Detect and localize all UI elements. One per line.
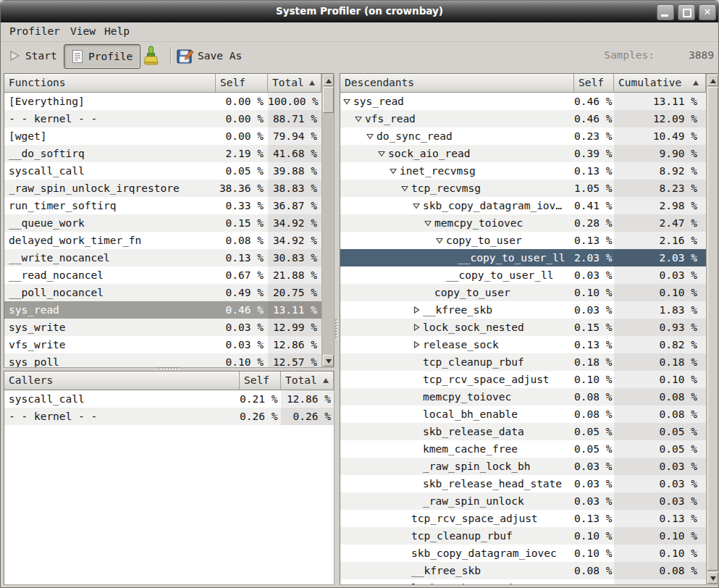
expander-open-icon[interactable]: [436, 237, 446, 244]
table-row[interactable]: - - kernel - -0.26 %0.26 %: [4, 408, 334, 425]
function-name: __write_nocancel: [4, 249, 220, 266]
table-row[interactable]: __read_nocancel0.67 %21.88 %: [4, 266, 321, 284]
cumulative-percentage: 10.49 %: [614, 127, 706, 145]
save-as-button[interactable]: Save As: [177, 44, 242, 67]
minimize-button[interactable]: [657, 4, 674, 20]
tree-row[interactable]: skb_release_head_state0.03 %0.03 %: [340, 475, 706, 492]
tree-row[interactable]: copy_to_user0.10 %0.10 %: [340, 284, 706, 301]
expander-open-icon[interactable]: [424, 219, 434, 227]
scrollbar-thumb[interactable]: [707, 87, 718, 571]
tree-row[interactable]: _raw_spin_lock_bh0.03 %0.03 %: [340, 458, 706, 475]
start-button[interactable]: Start: [8, 44, 57, 67]
total-percentage: 41.68 %: [268, 145, 321, 162]
expander-open-icon[interactable]: [401, 185, 411, 192]
callers-header-self[interactable]: Self: [240, 371, 281, 390]
menu-view[interactable]: View: [70, 25, 96, 37]
table-row[interactable]: __do_softirq2.19 %41.68 %: [4, 145, 321, 162]
tree-row[interactable]: release_sock0.13 %0.82 %: [340, 336, 706, 353]
total-percentage: 79.94 %: [268, 127, 321, 145]
callers-header-name[interactable]: Callers: [4, 371, 240, 390]
descendants-header-self[interactable]: Self: [574, 74, 614, 93]
tree-row[interactable]: local_bh_enable0.08 %0.08 %: [340, 406, 706, 423]
table-row[interactable]: __queue_work0.15 %34.92 %: [4, 214, 321, 232]
tree-row[interactable]: memcpy_toiovec0.28 %2.47 %: [340, 214, 706, 232]
tree-row[interactable]: _raw_spin_unlock0.03 %0.03 %: [340, 492, 706, 510]
expander-closed-icon[interactable]: [413, 341, 423, 348]
pane-splitter-horizontal[interactable]: [159, 367, 178, 369]
expander-open-icon[interactable]: [390, 167, 400, 175]
titlebar[interactable]: System Profiler (on crownbay) ✕: [1, 1, 718, 22]
self-percentage: 0.08 %: [574, 388, 614, 406]
tree-row[interactable]: copy_to_user0.13 %2.16 %: [340, 232, 706, 249]
tree-row[interactable]: do_sync_read0.23 %10.49 %: [340, 127, 706, 145]
tree-row[interactable]: vfs_read0.46 %12.09 %: [340, 110, 706, 127]
table-row[interactable]: - - kernel - -0.00 %88.71 %: [4, 110, 321, 127]
table-row[interactable]: syscall_call0.21 %12.86 %: [4, 390, 334, 408]
scroll-up-button[interactable]: [707, 75, 718, 86]
functions-header-name[interactable]: Functions: [4, 74, 216, 93]
tree-row[interactable]: skb_release_data0.05 %0.05 %: [340, 423, 706, 440]
table-row[interactable]: __poll_nocancel0.49 %20.75 %: [4, 284, 321, 301]
table-row[interactable]: sys_read0.46 %13.11 %: [4, 301, 321, 319]
table-row[interactable]: [Everything]0.00 %100.00 %: [4, 93, 321, 110]
tree-row[interactable]: tcp_recvmsg1.05 %8.23 %: [340, 180, 706, 197]
maximize-button[interactable]: [678, 4, 695, 20]
callers-header-total[interactable]: Total: [281, 371, 334, 390]
table-row[interactable]: _raw_spin_unlock_irqrestore38.36 %38.83 …: [4, 180, 321, 197]
expander-closed-icon[interactable]: [413, 324, 423, 331]
tree-row[interactable]: tcp_cleanup_rbuf0.18 %0.18 %: [340, 353, 706, 371]
menu-profiler[interactable]: Profiler: [9, 25, 60, 37]
expander-open-icon[interactable]: [366, 133, 377, 140]
tree-row[interactable]: sock_aio_read0.39 %9.90 %: [340, 145, 706, 162]
menu-help[interactable]: Help: [104, 25, 130, 37]
tree-row[interactable]: memcpy_toiovec0.08 %0.08 %: [340, 388, 706, 406]
expander-open-icon[interactable]: [378, 150, 388, 157]
arrow-up-icon: [710, 79, 716, 83]
descendants-scrollbar[interactable]: [706, 74, 718, 584]
table-row[interactable]: [wget]0.00 %79.94 %: [4, 127, 321, 145]
functions-scrollbar[interactable]: [321, 74, 334, 367]
scroll-down-button[interactable]: [707, 572, 718, 584]
table-row[interactable]: sys_poll0.10 %12.57 %: [4, 353, 321, 367]
table-row[interactable]: delayed_work_timer_fn0.08 %34.92 %: [4, 232, 321, 249]
tree-row[interactable]: skb_copy_datagram_iovec0.10 %0.10 %: [340, 545, 706, 562]
profile-toggle-button[interactable]: Profile: [64, 44, 140, 69]
cumulative-percentage: 8.92 %: [614, 162, 706, 180]
expander-open-icon[interactable]: [343, 98, 353, 105]
function-name: - - kernel - -: [4, 408, 244, 425]
scroll-up-button[interactable]: [323, 75, 334, 86]
descendants-header-name[interactable]: Descendants: [340, 74, 574, 93]
functions-header-self[interactable]: Self: [216, 74, 268, 93]
tree-row[interactable]: kmem_cache_free0.05 %0.05 %: [340, 440, 706, 458]
tree-row[interactable]: lock_sock_nested0.03 %0.03 %: [340, 579, 706, 584]
table-row[interactable]: syscall_call0.05 %39.88 %: [4, 162, 321, 180]
tree-row[interactable]: __kfree_skb0.03 %1.83 %: [340, 301, 706, 319]
expander-closed-icon[interactable]: [413, 306, 423, 314]
tree-row[interactable]: sys_read0.46 %13.11 %: [340, 93, 706, 110]
table-row[interactable]: vfs_write0.03 %12.86 %: [4, 336, 321, 353]
scroll-down-button[interactable]: [323, 355, 334, 366]
expander-open-icon[interactable]: [355, 115, 365, 122]
save-as-label: Save As: [198, 50, 242, 62]
callers-panel: Callers Self Total syscall_call0.21 %12.…: [4, 371, 335, 585]
close-button[interactable]: ✕: [699, 4, 716, 20]
tree-row[interactable]: tcp_cleanup_rbuf0.10 %0.10 %: [340, 527, 706, 545]
tree-row[interactable]: __copy_to_user_ll2.03 %2.03 %: [340, 249, 706, 266]
expander-open-icon[interactable]: [413, 202, 423, 209]
table-row[interactable]: __write_nocancel0.13 %30.83 %: [4, 249, 321, 266]
table-row[interactable]: run_timer_softirq0.33 %36.87 %: [4, 197, 321, 214]
reset-button[interactable]: [141, 44, 160, 67]
table-row[interactable]: sys_write0.03 %12.99 %: [4, 319, 321, 336]
scrollbar-thumb[interactable]: [323, 87, 334, 113]
tree-row[interactable]: skb_copy_datagram_iov…0.41 %2.98 %: [340, 197, 706, 214]
pane-splitter-vertical[interactable]: [335, 319, 337, 338]
tree-row[interactable]: tcp_rcv_space_adjust0.13 %0.13 %: [340, 510, 706, 527]
tree-row[interactable]: __kfree_skb0.08 %0.08 %: [340, 562, 706, 579]
functions-header-total[interactable]: Total: [268, 74, 321, 93]
tree-row[interactable]: tcp_rcv_space_adjust0.10 %0.10 %: [340, 371, 706, 388]
descendants-header-cumulative[interactable]: Cumulative: [614, 74, 706, 93]
total-percentage: 12.99 %: [268, 319, 321, 336]
tree-row[interactable]: __copy_to_user_ll0.03 %0.03 %: [340, 266, 706, 284]
tree-row[interactable]: inet_recvmsg0.13 %8.92 %: [340, 162, 706, 180]
tree-row[interactable]: lock_sock_nested0.15 %0.93 %: [340, 319, 706, 336]
